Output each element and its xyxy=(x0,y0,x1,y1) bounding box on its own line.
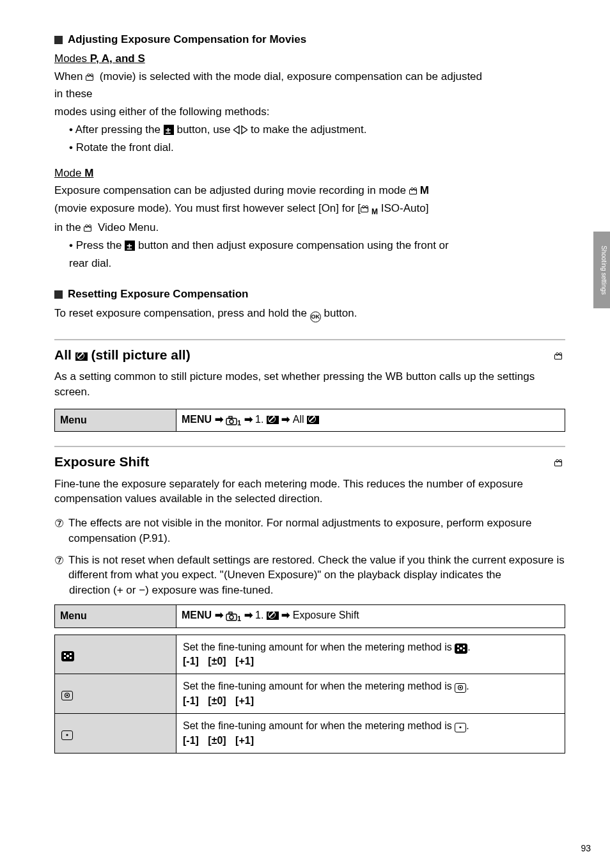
table-row: Set the fine-tuning amount for when the … xyxy=(55,674,565,714)
txt: ISO-Auto] xyxy=(378,202,428,214)
note-icon: ⑦ xyxy=(54,553,64,569)
menu-path-cell: MENU ➡ 1 ➡ 1. ➡ Exposure Shift xyxy=(176,605,565,628)
body-line: modes using either of the following meth… xyxy=(54,104,565,120)
page-number: 93 xyxy=(581,842,591,855)
feature-title-shift: Exposure Shift xyxy=(54,452,565,471)
txt: 1. xyxy=(255,414,267,425)
movie-icon xyxy=(409,187,420,194)
txt: . xyxy=(466,720,469,731)
menu-path-table-2: Menu MENU ➡ 1 ➡ 1. ➡ Exposure Shift xyxy=(54,604,565,628)
option-icon-cell xyxy=(55,714,176,754)
camera-icon xyxy=(226,416,237,425)
option-desc-cell: Set the fine-tuning amount for when the … xyxy=(176,635,565,674)
txt: All xyxy=(293,414,304,425)
svg-marker-0 xyxy=(233,126,239,134)
m-sub: M xyxy=(420,184,429,196)
m-sub: M xyxy=(371,208,378,217)
body-line: To reset exposure compensation, press an… xyxy=(54,306,565,322)
heading-reset-exposure: Resetting Exposure Compensation xyxy=(54,287,565,302)
bullet-line: • Press the button and then adjust expos… xyxy=(69,238,565,253)
not-available-icon xyxy=(307,416,319,424)
body-line: in these xyxy=(54,86,565,102)
txt: (movie exposure mode). You must first ho… xyxy=(54,202,361,214)
metering-spot-icon xyxy=(61,730,73,740)
txt: button and then adjust exposure compensa… xyxy=(135,239,449,251)
bullet-line: rear dial. xyxy=(69,256,565,271)
note-line: ⑦This is not reset when default settings… xyxy=(54,553,565,583)
txt: This is not reset when default settings … xyxy=(68,554,565,581)
svg-point-21 xyxy=(66,695,68,697)
bullet-line: • After pressing the button, use to make… xyxy=(69,122,565,138)
txt: Video Menu. xyxy=(95,221,159,233)
metering-spot-icon xyxy=(455,723,466,732)
modes-pas-line: Modes P, A, and S xyxy=(54,51,565,67)
heading-text: Adjusting Exposure Compensation for Movi… xyxy=(68,33,306,45)
metering-center-weighted-icon xyxy=(61,691,73,700)
bullet-square xyxy=(54,290,63,299)
txt: in the xyxy=(54,221,84,233)
table-row: Set the fine-tuning amount for when the … xyxy=(55,714,565,754)
menu-path-cell: MENU ➡ 1 ➡ 1. ➡ All xyxy=(176,409,565,432)
option-desc-cell: Set the fine-tuning amount for when the … xyxy=(176,674,565,714)
modes-pas: P, A, and S xyxy=(90,52,145,65)
note-line: ⑦The effects are not visible in the moni… xyxy=(54,516,565,546)
txt: Set the fine-tuning amount for when the … xyxy=(183,720,455,731)
option-icon-cell xyxy=(55,674,176,714)
txt: . xyxy=(467,642,470,652)
note-icon: ⑦ xyxy=(54,516,64,532)
applies-to-movie-icon xyxy=(554,452,565,470)
txt: The effects are not visible in the monit… xyxy=(68,517,531,544)
body-line: Exposure compensation can be adjusted du… xyxy=(54,183,565,198)
txt: Exposure compensation can be adjusted du… xyxy=(54,184,409,196)
txt: . xyxy=(466,681,469,691)
svg-rect-17 xyxy=(457,649,459,651)
feature-desc: Fine-tune the exposure separately for ea… xyxy=(54,477,565,507)
menu-path-table: Menu MENU ➡ 1 ➡ 1. ➡ All xyxy=(54,409,565,432)
txt: button. xyxy=(321,307,357,319)
option-icon-cell xyxy=(55,635,176,674)
note-continuation: direction (+ or −) exposure was fine-tun… xyxy=(69,583,565,598)
bullet-line: • Rotate the front dial. xyxy=(69,140,565,155)
txt: Set the fine-tuning amount for when the … xyxy=(183,681,455,691)
movie-icon xyxy=(86,74,97,81)
side-tab-label: Shooting settings xyxy=(595,238,608,302)
mode-label: Mode xyxy=(54,167,84,179)
body-line: (movie exposure mode). You must first ho… xyxy=(54,201,565,217)
camera-icon xyxy=(226,612,237,621)
heading-adjust-exposure: Adjusting Exposure Compensation for Movi… xyxy=(54,32,565,47)
svg-rect-11 xyxy=(64,657,66,659)
svg-rect-15 xyxy=(457,645,459,647)
txt: Exposure Shift xyxy=(293,610,359,620)
txt: 1. xyxy=(255,610,267,620)
svg-point-4 xyxy=(230,420,233,423)
svg-rect-16 xyxy=(463,645,465,647)
svg-point-19 xyxy=(460,647,462,649)
svg-point-24 xyxy=(66,734,68,736)
ok-button-icon: OK xyxy=(310,312,321,322)
svg-point-25 xyxy=(460,727,462,729)
txt: When xyxy=(54,70,86,83)
movie-icon xyxy=(84,225,95,232)
body-line: When (movie) is selected with the mode d… xyxy=(54,69,565,84)
left-right-arrow-icon xyxy=(233,125,247,134)
applies-to-movie-icon xyxy=(554,345,565,363)
svg-rect-12 xyxy=(70,657,72,659)
txt: • Press the xyxy=(69,239,125,251)
metering-digital-esp-icon xyxy=(61,651,74,661)
not-available-icon xyxy=(75,352,88,361)
svg-point-13 xyxy=(66,654,69,657)
svg-rect-18 xyxy=(463,649,465,651)
txt: • After pressing the xyxy=(69,123,164,136)
options-table: Set the fine-tuning amount for when the … xyxy=(54,635,565,754)
txt: to make the adjustment. xyxy=(247,123,366,136)
divider xyxy=(54,446,565,447)
svg-marker-1 xyxy=(242,126,247,134)
svg-rect-10 xyxy=(70,653,72,655)
txt: Exposure Shift xyxy=(54,454,149,469)
exposure-comp-icon xyxy=(125,241,135,251)
divider xyxy=(54,339,565,340)
option-values: [-1] [±0] [+1] xyxy=(183,735,254,746)
txt: Set the fine-tuning amount for when the … xyxy=(183,642,455,652)
modes-m: M xyxy=(84,167,93,179)
heading-text: Resetting Exposure Compensation xyxy=(68,288,248,300)
